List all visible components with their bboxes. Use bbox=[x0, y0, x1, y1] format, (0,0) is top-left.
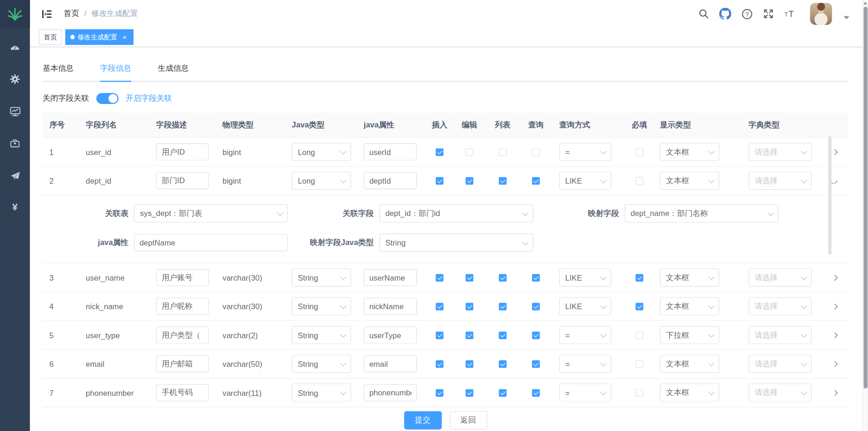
display-type-select[interactable]: 文本框 bbox=[660, 171, 719, 190]
query-checkbox[interactable] bbox=[532, 331, 540, 339]
insert-checkbox[interactable] bbox=[436, 177, 444, 185]
list-checkbox[interactable] bbox=[499, 274, 507, 282]
required-checkbox[interactable] bbox=[636, 177, 644, 185]
edit-checkbox[interactable] bbox=[465, 331, 473, 339]
sidebar-item-dashboard[interactable] bbox=[0, 31, 30, 63]
display-type-select[interactable]: 文本框 bbox=[660, 355, 719, 373]
avatar[interactable] bbox=[810, 3, 832, 25]
page-scrollbar[interactable] bbox=[862, 0, 868, 431]
query-type-select[interactable]: LIKE bbox=[559, 171, 611, 190]
java-field-input[interactable] bbox=[364, 355, 417, 372]
table-scrollbar-thumb[interactable] bbox=[828, 136, 831, 255]
required-checkbox[interactable] bbox=[636, 303, 644, 311]
sidebar-toggle-button[interactable] bbox=[37, 8, 56, 20]
list-checkbox[interactable] bbox=[499, 331, 507, 339]
list-checkbox[interactable] bbox=[499, 360, 507, 368]
query-checkbox[interactable] bbox=[532, 389, 540, 397]
edit-checkbox[interactable] bbox=[465, 389, 473, 397]
edit-checkbox[interactable] bbox=[465, 177, 473, 185]
edit-checkbox[interactable] bbox=[465, 360, 473, 368]
question-icon[interactable]: ? bbox=[741, 8, 753, 20]
close-icon[interactable]: × bbox=[121, 33, 129, 41]
sidebar-item-pay[interactable]: ¥ bbox=[0, 192, 30, 224]
back-button[interactable]: 返回 bbox=[449, 411, 487, 430]
query-type-select[interactable]: LIKE bbox=[559, 297, 611, 315]
required-checkbox[interactable] bbox=[636, 148, 644, 156]
java-field-input[interactable] bbox=[364, 172, 417, 189]
display-type-select[interactable]: 文本框 bbox=[660, 384, 719, 402]
tab-generate-info[interactable]: 生成信息 bbox=[158, 58, 189, 81]
sidebar-item-deploy[interactable] bbox=[0, 159, 30, 192]
java-field-input[interactable] bbox=[364, 269, 417, 286]
expand-arrow[interactable] bbox=[830, 275, 838, 280]
insert-checkbox[interactable] bbox=[436, 389, 444, 397]
expand-arrow[interactable] bbox=[830, 390, 838, 395]
sidebar-item-system[interactable] bbox=[0, 63, 30, 96]
edit-checkbox[interactable] bbox=[465, 148, 473, 156]
java-field-input[interactable] bbox=[364, 384, 417, 401]
expand-arrow[interactable] bbox=[830, 361, 838, 367]
query-checkbox[interactable] bbox=[532, 303, 540, 311]
edit-checkbox[interactable] bbox=[465, 303, 473, 311]
required-checkbox[interactable] bbox=[636, 274, 644, 282]
page-scrollbar-thumb[interactable] bbox=[864, 7, 868, 388]
dict-type-select[interactable]: 请选择 bbox=[748, 384, 812, 402]
field-description-input[interactable] bbox=[156, 298, 209, 315]
java-attr-input[interactable] bbox=[134, 234, 288, 252]
query-checkbox[interactable] bbox=[532, 177, 540, 185]
edit-checkbox[interactable] bbox=[465, 274, 473, 282]
scrollbar-up-arrow-icon[interactable] bbox=[864, 2, 867, 5]
expand-arrow[interactable] bbox=[830, 304, 838, 309]
dict-type-select[interactable]: 请选择 bbox=[748, 143, 812, 161]
field-description-input[interactable] bbox=[156, 269, 209, 286]
list-checkbox[interactable] bbox=[499, 303, 507, 311]
display-type-select[interactable]: 文本框 bbox=[660, 297, 719, 315]
required-checkbox[interactable] bbox=[636, 360, 644, 368]
java-type-select[interactable]: Long bbox=[292, 171, 351, 190]
insert-checkbox[interactable] bbox=[436, 331, 444, 339]
tag-edit-gen-config[interactable]: 修改生成配置 × bbox=[65, 30, 133, 45]
tag-home[interactable]: 首页 bbox=[39, 30, 62, 45]
java-field-input[interactable] bbox=[364, 298, 417, 315]
required-checkbox[interactable] bbox=[636, 331, 644, 339]
submit-button[interactable]: 提交 bbox=[404, 411, 441, 430]
query-type-select[interactable]: = bbox=[559, 143, 611, 161]
dict-type-select[interactable]: 请选择 bbox=[748, 355, 812, 373]
query-type-select[interactable]: = bbox=[559, 384, 611, 402]
rel-table-select[interactable]: sys_dept：部门表 bbox=[134, 204, 288, 223]
dict-type-select[interactable]: 请选择 bbox=[748, 171, 812, 190]
field-description-input[interactable] bbox=[156, 143, 209, 161]
sidebar-item-monitor[interactable] bbox=[0, 95, 30, 127]
app-logo[interactable] bbox=[0, 0, 30, 28]
display-type-select[interactable]: 文本框 bbox=[660, 143, 719, 161]
display-type-select[interactable]: 文本框 bbox=[660, 268, 719, 287]
github-icon[interactable] bbox=[719, 8, 731, 20]
query-type-select[interactable]: = bbox=[559, 326, 611, 344]
java-type-select[interactable]: String bbox=[292, 268, 351, 287]
insert-checkbox[interactable] bbox=[436, 148, 444, 156]
tab-basic-info[interactable]: 基本信息 bbox=[43, 58, 74, 81]
insert-checkbox[interactable] bbox=[436, 360, 444, 368]
fullscreen-icon[interactable] bbox=[763, 8, 775, 20]
map-field-select[interactable]: dept_name：部门名称 bbox=[624, 204, 778, 223]
dict-type-select[interactable]: 请选择 bbox=[748, 326, 812, 344]
map-java-type-select[interactable]: String bbox=[379, 233, 533, 252]
tab-field-info[interactable]: 字段信息 bbox=[100, 58, 131, 82]
list-checkbox[interactable] bbox=[499, 177, 507, 185]
font-size-icon[interactable]: T T bbox=[784, 8, 796, 20]
insert-checkbox[interactable] bbox=[436, 303, 444, 311]
list-checkbox[interactable] bbox=[499, 148, 507, 156]
sidebar-item-tool[interactable] bbox=[0, 127, 30, 160]
java-type-select[interactable]: String bbox=[292, 355, 351, 373]
field-description-input[interactable] bbox=[156, 172, 209, 189]
query-type-select[interactable]: LIKE bbox=[559, 268, 611, 287]
java-type-select[interactable]: Long bbox=[292, 143, 351, 161]
field-description-input[interactable] bbox=[156, 355, 209, 372]
query-checkbox[interactable] bbox=[532, 148, 540, 156]
query-type-select[interactable]: = bbox=[559, 355, 611, 373]
list-checkbox[interactable] bbox=[499, 389, 507, 397]
breadcrumb-home[interactable]: 首页 bbox=[64, 9, 79, 19]
insert-checkbox[interactable] bbox=[436, 274, 444, 282]
java-type-select[interactable]: String bbox=[292, 384, 351, 402]
dict-type-select[interactable]: 请选择 bbox=[748, 268, 812, 287]
